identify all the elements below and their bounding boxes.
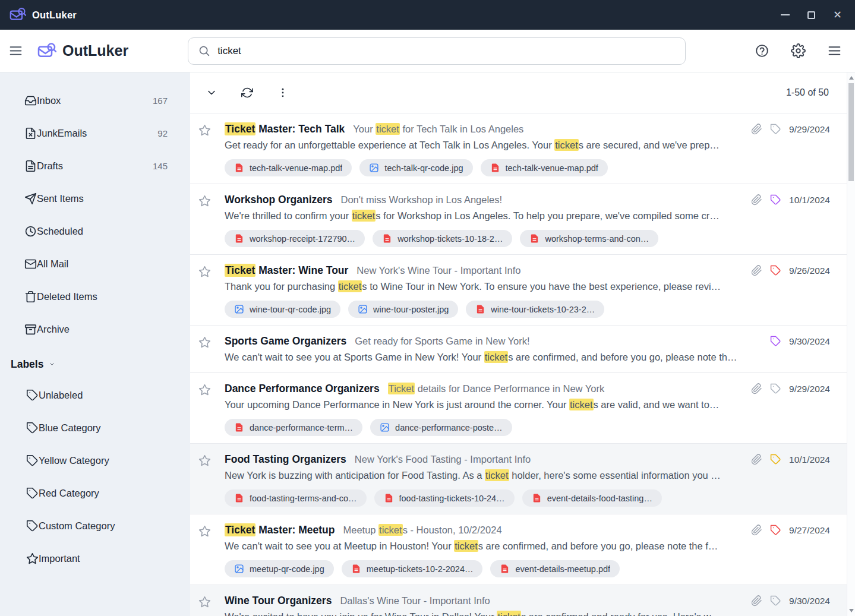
attachment-chip[interactable]: food-tasting-tickets-10-24… [374, 489, 515, 507]
email-date: 9/29/2024 [789, 124, 830, 135]
star-icon[interactable] [198, 192, 225, 247]
search-input[interactable] [217, 45, 676, 57]
email-preview: Get ready for an unforgettable experienc… [225, 139, 720, 151]
attachment-chip[interactable]: event-details-meetup.pdf [490, 560, 620, 577]
scroll-down-arrow[interactable] [847, 606, 855, 615]
settings-button[interactable] [791, 43, 806, 58]
star-icon[interactable] [198, 381, 225, 436]
email-subject: Get ready for Sports Game in New York! [355, 336, 529, 346]
search-box[interactable] [188, 37, 686, 65]
star-icon[interactable] [198, 451, 225, 507]
sidebar-label-red-category[interactable]: Red Category [0, 477, 190, 510]
attachment-chip[interactable]: wine-tour-tickets-10-23-2… [466, 301, 604, 318]
attachment-name: tech-talk-qr-code.jpg [384, 163, 463, 173]
star-icon[interactable] [198, 333, 225, 365]
scrollbar[interactable] [847, 72, 855, 616]
sidebar-item-sent-items[interactable]: Sent Items [0, 182, 190, 215]
image-file-icon [234, 304, 244, 314]
sidebar-item-label: Scheduled [37, 226, 83, 237]
sidebar-toggle-button[interactable] [8, 43, 23, 58]
attachment-chip[interactable]: workshop-receipt-172790… [225, 230, 365, 247]
pdf-file-icon [532, 493, 542, 503]
email-subject: Your ticket for Tech Talk in Los Angeles [353, 123, 523, 135]
attachment-name: tech-talk-venue-map.pdf [506, 163, 598, 173]
email-row[interactable]: Ticket Master: Tech TalkYour ticket for … [190, 113, 855, 184]
list-toolbar: 1-50 of 50 [190, 72, 855, 113]
email-date: 9/30/2024 [789, 336, 830, 347]
overflow-menu-button[interactable] [827, 43, 842, 58]
attachment-chip[interactable]: tech-talk-venue-map.pdf [225, 159, 352, 176]
attachment-chip[interactable]: wine-tour-poster.jpg [348, 301, 458, 318]
tag-icon [770, 454, 781, 465]
sidebar-item-drafts[interactable]: Drafts145 [0, 150, 190, 182]
pdf-file-icon [500, 564, 510, 574]
sidebar-label-text: Important [39, 553, 80, 564]
help-icon [755, 43, 769, 58]
attachment-chip[interactable]: event-details-food-tasting… [522, 489, 662, 507]
attachment-chip[interactable]: dance-performance-poste… [370, 419, 512, 436]
email-row[interactable]: Sports Game OrganizersGet ready for Spor… [190, 326, 855, 373]
sidebar-item-label: Archive [37, 324, 70, 335]
star-icon[interactable] [198, 593, 225, 616]
sidebar-item-deleted-items[interactable]: Deleted Items [0, 280, 190, 313]
mail-icon [24, 258, 37, 270]
attachment-name: workshop-tickets-10-18-2… [397, 234, 503, 244]
close-button[interactable]: ✕ [833, 10, 842, 20]
sidebar-item-all-mail[interactable]: All Mail [0, 248, 190, 280]
email-subject: New York's Food Tasting - Important Info [355, 454, 531, 465]
minimize-button[interactable] [781, 14, 790, 15]
email-date: 9/27/2024 [789, 525, 830, 536]
sidebar-item-archive[interactable]: Archive [0, 313, 190, 346]
sidebar-label-unlabeled[interactable]: Unlabeled [0, 379, 190, 412]
star-icon[interactable] [198, 121, 225, 176]
star-icon[interactable] [198, 522, 225, 577]
attachment-chip[interactable]: meetup-tickets-10-2-2024… [342, 560, 483, 577]
app-logo-icon [10, 7, 26, 23]
email-row[interactable]: Workshop OrganizersDon't miss Workshop i… [190, 184, 855, 255]
tag-icon [770, 383, 781, 394]
sidebar-label-important[interactable]: Important [0, 542, 190, 575]
attachment-chip[interactable]: workshop-terms-and-con… [520, 230, 658, 247]
attachment-chip[interactable]: tech-talk-venue-map.pdf [481, 159, 608, 176]
file-text-icon [24, 160, 37, 172]
sidebar-label-custom-category[interactable]: Custom Category [0, 510, 190, 542]
attachment-chip[interactable]: meetup-qr-code.jpg [225, 560, 334, 577]
attachment-name: food-tasting-tickets-10-24… [399, 494, 505, 503]
search-icon [198, 45, 210, 57]
sidebar-item-junkemails[interactable]: JunkEmails92 [0, 117, 190, 150]
tag-icon [770, 595, 781, 606]
pdf-file-icon [384, 493, 394, 503]
gear-icon [791, 43, 806, 58]
sidebar-item-inbox[interactable]: Inbox167 [0, 84, 190, 117]
email-row[interactable]: Wine Tour OrganizersDallas's Wine Tour -… [190, 585, 855, 616]
scrollbar-thumb[interactable] [848, 83, 854, 181]
pdf-file-icon [529, 233, 539, 244]
pdf-file-icon [490, 163, 500, 173]
refresh-button[interactable] [241, 87, 253, 99]
tag-icon [770, 336, 781, 347]
attachment-chip[interactable]: wine-tour-qr-code.jpg [225, 301, 340, 318]
app-title: OutLuker [62, 42, 128, 59]
maximize-button[interactable] [807, 11, 815, 19]
sidebar-label-blue-category[interactable]: Blue Category [0, 412, 190, 444]
attachment-chip[interactable]: dance-performance-term… [225, 419, 362, 436]
sidebar-label-yellow-category[interactable]: Yellow Category [0, 444, 190, 477]
email-row[interactable]: Ticket Master: Wine TourNew York's Wine … [190, 255, 855, 326]
sidebar-label-text: Yellow Category [39, 455, 109, 466]
help-button[interactable] [755, 43, 769, 58]
email-subject: Don't miss Workshop in Los Angeles! [341, 194, 503, 205]
email-row[interactable]: Dance Performance OrganizersTicket detai… [190, 373, 855, 444]
sidebar-item-scheduled[interactable]: Scheduled [0, 215, 190, 248]
attachment-chip[interactable]: tech-talk-qr-code.jpg [359, 159, 472, 176]
star-icon[interactable] [198, 263, 225, 318]
email-date: 9/30/2024 [789, 596, 830, 606]
email-row[interactable]: Food Tasting OrganizersNew York's Food T… [190, 444, 855, 514]
select-all-dropdown[interactable] [206, 87, 217, 99]
pdf-file-icon [234, 233, 244, 244]
more-options-button[interactable] [277, 87, 289, 99]
attachment-chip[interactable]: workshop-tickets-10-18-2… [373, 230, 512, 247]
labels-section-header[interactable]: Labels [0, 349, 190, 379]
email-row[interactable]: Ticket Master: MeetupMeetup tickets - Ho… [190, 514, 855, 585]
scroll-up-arrow[interactable] [847, 74, 855, 82]
attachment-chip[interactable]: food-tasting-terms-and-co… [225, 489, 367, 507]
